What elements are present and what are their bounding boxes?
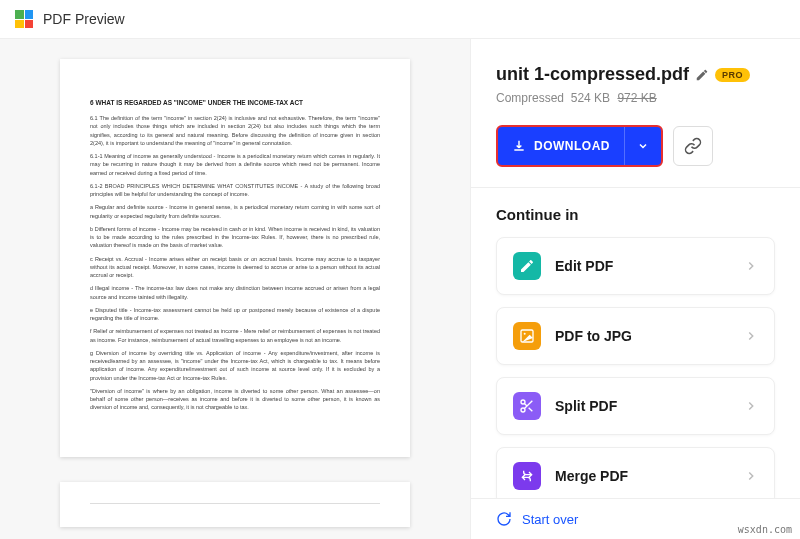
side-panel: unit 1-compressed.pdf PRO Compressed 524… [470, 39, 800, 539]
chevron-right-icon [744, 329, 758, 343]
file-name: unit 1-compressed.pdf [496, 64, 689, 85]
app-header: PDF Preview [0, 0, 800, 39]
doc-para: e Disputed title - Income-tax assessment… [90, 306, 380, 323]
download-button[interactable]: DOWNLOAD [496, 125, 663, 167]
doc-para: 6.1 The definition of the term "income" … [90, 114, 380, 147]
doc-para: f Relief or reimbursement of expenses no… [90, 327, 380, 344]
pencil-icon[interactable] [695, 68, 709, 82]
doc-para: a Regular and definite source - Income i… [90, 203, 380, 220]
doc-para: c Receipt vs. Accrual - Income arises ei… [90, 255, 380, 280]
continue-section: Continue in Edit PDF PDF to JPG S [471, 187, 800, 498]
file-info: unit 1-compressed.pdf PRO Compressed 524… [471, 39, 800, 125]
compress-status: Compressed [496, 91, 564, 105]
tool-merge-pdf[interactable]: Merge PDF [496, 447, 775, 498]
svg-point-3 [521, 408, 525, 412]
chevron-right-icon [744, 259, 758, 273]
new-size: 524 KB [571, 91, 610, 105]
tool-label: Edit PDF [555, 258, 730, 274]
pdf-page: 6 WHAT IS REGARDED AS "INCOME" UNDER THE… [60, 59, 410, 457]
doc-para: 6.1-1 Meaning of income as generally und… [90, 152, 380, 177]
tool-pdf-to-jpg[interactable]: PDF to JPG [496, 307, 775, 365]
image-icon [513, 322, 541, 350]
doc-para: g Diversion of income by overriding titl… [90, 349, 380, 382]
share-link-button[interactable] [673, 126, 713, 166]
doc-para: b Different forms of income - Income may… [90, 225, 380, 250]
doc-para: 6.1-2 BROAD PRINCIPLES WHICH DETERMINE W… [90, 182, 380, 199]
tool-label: Merge PDF [555, 468, 730, 484]
tool-label: PDF to JPG [555, 328, 730, 344]
scissors-icon [513, 392, 541, 420]
chevron-down-icon[interactable] [625, 140, 661, 152]
edit-icon [513, 252, 541, 280]
main-content: 6 WHAT IS REGARDED AS "INCOME" UNDER THE… [0, 39, 800, 539]
tool-edit-pdf[interactable]: Edit PDF [496, 237, 775, 295]
pdf-preview-panel[interactable]: 6 WHAT IS REGARDED AS "INCOME" UNDER THE… [0, 39, 470, 539]
download-row: DOWNLOAD [471, 125, 800, 187]
continue-title: Continue in [496, 206, 775, 223]
download-label: DOWNLOAD [534, 139, 610, 153]
redo-icon [496, 511, 512, 527]
pro-badge: PRO [715, 68, 750, 82]
doc-para: "Diversion of income" is where by an obl… [90, 387, 380, 412]
watermark-url: wsxdn.com [738, 524, 792, 535]
pdf-page [60, 482, 410, 527]
doc-para: d Illegal income - The income-tax law do… [90, 284, 380, 301]
tool-label: Split PDF [555, 398, 730, 414]
header-title: PDF Preview [43, 11, 125, 27]
chevron-right-icon [744, 399, 758, 413]
merge-icon [513, 462, 541, 490]
svg-point-2 [521, 400, 525, 404]
file-meta: Compressed 524 KB 972 KB [496, 91, 775, 105]
chevron-right-icon [744, 469, 758, 483]
svg-point-1 [524, 333, 526, 335]
download-icon [512, 139, 526, 153]
app-logo [15, 10, 33, 28]
old-size: 972 KB [617, 91, 656, 105]
doc-heading: 6 WHAT IS REGARDED AS "INCOME" UNDER THE… [90, 99, 380, 106]
start-over-label: Start over [522, 512, 578, 527]
tool-split-pdf[interactable]: Split PDF [496, 377, 775, 435]
